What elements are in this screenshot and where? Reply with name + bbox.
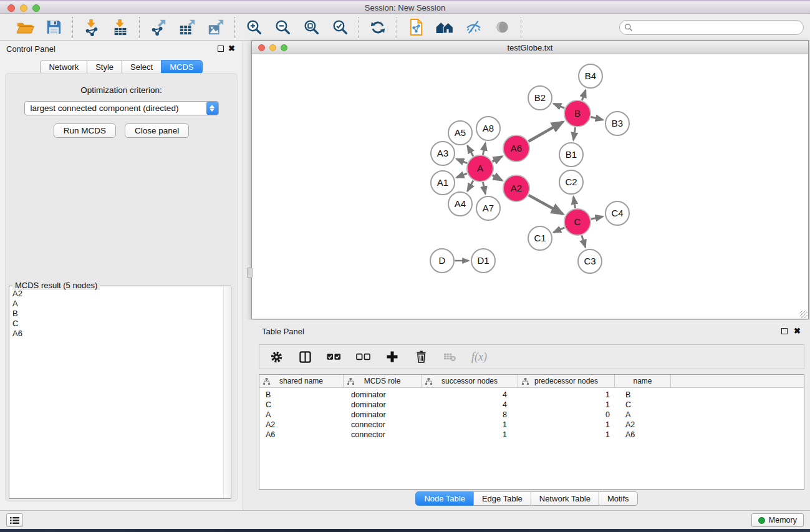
result-item[interactable]: A bbox=[11, 299, 222, 309]
zoom-selected-button[interactable] bbox=[330, 17, 350, 37]
tab-edge-table[interactable]: Edge Table bbox=[473, 491, 531, 506]
edge-A-A4[interactable] bbox=[468, 181, 473, 191]
graph-node-A2[interactable]: A2 bbox=[503, 175, 529, 201]
edge-A6-B[interactable] bbox=[529, 122, 563, 141]
edge-A-A8[interactable] bbox=[483, 143, 486, 155]
search-input[interactable] bbox=[633, 21, 803, 34]
show-columns-button[interactable] bbox=[298, 349, 312, 365]
edge-B-B4[interactable] bbox=[582, 90, 586, 100]
close-panel-icon[interactable]: ✖ bbox=[228, 44, 235, 53]
table-mode-button[interactable] bbox=[269, 349, 283, 365]
column-header-MCDS-role[interactable]: MCDS role bbox=[344, 375, 422, 387]
tab-network-table[interactable]: Network Table bbox=[531, 491, 599, 506]
open-session-button[interactable] bbox=[15, 17, 35, 37]
memory-button[interactable]: Memory bbox=[751, 513, 804, 527]
save-session-button[interactable] bbox=[44, 17, 64, 37]
column-header-shared-name[interactable]: shared name bbox=[259, 375, 344, 387]
edge-A2-C[interactable] bbox=[529, 195, 563, 214]
edge-C-C2[interactable] bbox=[574, 197, 576, 208]
resize-corner-handle[interactable] bbox=[800, 311, 808, 318]
graph-node-C2[interactable]: C2 bbox=[559, 170, 583, 194]
graph-node-A[interactable]: A bbox=[467, 155, 493, 181]
show-all-networks-button[interactable] bbox=[435, 17, 455, 37]
table-row[interactable]: A6connector11A6 bbox=[259, 430, 804, 440]
graph-node-D[interactable]: D bbox=[430, 249, 454, 273]
table-row[interactable]: Bdominator41B bbox=[259, 390, 804, 400]
result-item[interactable]: C bbox=[11, 319, 222, 329]
graph-node-B[interactable]: B bbox=[564, 100, 591, 127]
optimization-criterion-select[interactable]: largest connected component (directed) bbox=[24, 101, 219, 115]
close-panel-button[interactable]: Close panel bbox=[125, 123, 189, 138]
table-row[interactable]: Cdominator41C bbox=[259, 400, 804, 410]
search-box[interactable] bbox=[619, 20, 804, 35]
column-header-name[interactable]: name bbox=[615, 375, 671, 387]
export-table-button[interactable] bbox=[177, 17, 197, 37]
export-image-button[interactable] bbox=[206, 17, 226, 37]
graph-node-D1[interactable]: D1 bbox=[471, 249, 495, 273]
graph-node-C[interactable]: C bbox=[564, 209, 591, 235]
refresh-layout-button[interactable] bbox=[368, 17, 388, 37]
graph-node-A3[interactable]: A3 bbox=[431, 142, 455, 165]
edge-A-A3[interactable] bbox=[456, 159, 467, 163]
result-item[interactable]: A6 bbox=[11, 329, 222, 339]
graph-node-A5[interactable]: A5 bbox=[448, 121, 472, 145]
tab-node-table[interactable]: Node Table bbox=[415, 491, 474, 506]
run-mcds-button[interactable]: Run MCDS bbox=[54, 123, 116, 138]
tab-motifs[interactable]: Motifs bbox=[599, 491, 638, 506]
graph-node-A6[interactable]: A6 bbox=[503, 135, 529, 162]
edge-A-A2[interactable] bbox=[493, 175, 502, 180]
add-column-button[interactable] bbox=[385, 349, 399, 365]
tab-style[interactable]: Style bbox=[87, 60, 122, 74]
tab-network[interactable]: Network bbox=[40, 60, 87, 74]
tab-select[interactable]: Select bbox=[122, 60, 162, 74]
graph-node-C4[interactable]: C4 bbox=[605, 201, 629, 225]
node-table[interactable]: shared nameMCDS rolesuccessor nodesprede… bbox=[259, 374, 804, 490]
graph-node-A1[interactable]: A1 bbox=[431, 171, 455, 195]
hide-selected-button[interactable] bbox=[463, 17, 483, 37]
import-table-button[interactable] bbox=[110, 17, 130, 37]
export-network-button[interactable] bbox=[148, 17, 168, 37]
show-hidden-button[interactable] bbox=[492, 17, 512, 37]
edge-C-C3[interactable] bbox=[582, 235, 586, 247]
edge-A-A6[interactable] bbox=[493, 157, 502, 162]
graph-node-B3[interactable]: B3 bbox=[605, 112, 629, 135]
edge-C-C1[interactable] bbox=[554, 228, 565, 233]
edge-B-B2[interactable] bbox=[554, 104, 564, 108]
result-item[interactable]: A2 bbox=[11, 289, 222, 299]
result-scrollbar[interactable] bbox=[223, 287, 230, 498]
delete-column-button[interactable] bbox=[414, 349, 428, 365]
float-panel-icon[interactable] bbox=[218, 46, 224, 52]
import-network-button[interactable] bbox=[82, 17, 102, 37]
table-row[interactable]: Adominator80A bbox=[259, 410, 804, 420]
graph-node-C3[interactable]: C3 bbox=[578, 249, 602, 273]
edge-A-A1[interactable] bbox=[456, 173, 467, 177]
graph-node-C1[interactable]: C1 bbox=[528, 226, 552, 250]
graph-node-B1[interactable]: B1 bbox=[559, 143, 583, 167]
table-close-panel-icon[interactable]: ✖ bbox=[794, 326, 801, 336]
tab-mcds[interactable]: MCDS bbox=[161, 60, 202, 74]
network-canvas[interactable]: B4B2BB3A8A5A6A3B1AC2A1A2A4A7C4CC1C3DD1 bbox=[252, 55, 808, 319]
graph-node-B2[interactable]: B2 bbox=[528, 86, 552, 110]
deselect-all-button[interactable] bbox=[356, 349, 370, 365]
edge-A-A7[interactable] bbox=[483, 182, 486, 194]
column-header-successor-nodes[interactable]: successor nodes bbox=[422, 375, 518, 387]
graph-node-A8[interactable]: A8 bbox=[476, 117, 500, 140]
edge-C-C4[interactable] bbox=[591, 216, 603, 219]
table-float-panel-icon[interactable] bbox=[781, 328, 788, 334]
zoom-fit-button[interactable] bbox=[301, 17, 321, 37]
vertical-splitter-handle[interactable] bbox=[247, 268, 253, 278]
task-history-button[interactable] bbox=[6, 513, 23, 527]
result-item[interactable]: B bbox=[11, 309, 222, 319]
select-all-button[interactable] bbox=[327, 349, 341, 365]
zoom-in-button[interactable] bbox=[244, 17, 264, 37]
zoom-out-button[interactable] bbox=[272, 17, 292, 37]
graph-node-A4[interactable]: A4 bbox=[448, 192, 472, 216]
edge-A-A5[interactable] bbox=[468, 146, 473, 157]
column-header-predecessor-nodes[interactable]: predecessor nodes bbox=[518, 375, 615, 387]
edge-B-B3[interactable] bbox=[591, 117, 603, 120]
graph-node-A7[interactable]: A7 bbox=[476, 196, 500, 220]
edge-B-B1[interactable] bbox=[574, 127, 576, 140]
open-session-file-button[interactable] bbox=[406, 17, 426, 37]
table-row[interactable]: A2connector11A2 bbox=[259, 420, 804, 430]
graph-node-B4[interactable]: B4 bbox=[579, 64, 602, 88]
